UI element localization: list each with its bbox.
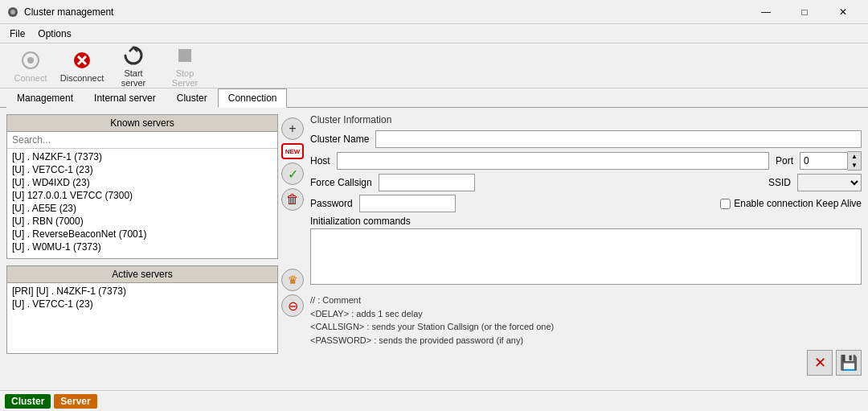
app-icon [6,6,19,18]
cluster-name-label: Cluster Name [310,134,369,145]
server-status-badge: Server [54,394,96,409]
help-password: <PASSWORD> : sends the provided password… [310,334,862,347]
port-down-button[interactable]: ▼ [848,161,861,170]
tab-cluster[interactable]: Cluster [166,88,218,108]
port-up-button[interactable]: ▲ [848,152,861,161]
help-callsign: <CALLSIGN> : sends your Station Callsign… [310,320,862,334]
connect-icon [19,49,42,72]
svg-point-1 [10,10,15,14]
minimize-button[interactable]: — [747,3,784,21]
save-button[interactable]: 💾 [836,350,862,376]
promote-server-button[interactable]: ♛ [281,269,304,291]
maximize-button[interactable]: □ [786,3,823,21]
list-item[interactable]: [PRI] [U] . N4ZKF-1 (7373) [9,285,276,298]
start-server-button[interactable]: Start server [109,41,158,91]
disconnect-label: Disconnect [60,73,104,83]
help-delay: <DELAY> : adds 1 sec delay [310,307,862,321]
known-servers-buttons: + NEW ✓ 🗑 [281,114,304,259]
delete-server-button[interactable]: 🗑 [281,188,304,211]
main-content: Known servers [U] . N4ZKF-1 (7373) [U] .… [0,108,868,390]
stop-server-button[interactable]: Stop Server [161,41,209,91]
list-item[interactable]: [U] . RBN (7000) [9,215,276,228]
left-panel: Known servers [U] . N4ZKF-1 (7373) [U] .… [6,114,304,384]
start-server-icon [122,44,145,67]
active-servers-header: Active servers [7,266,277,283]
tabs-bar: Management Internal server Cluster Conne… [0,88,868,108]
tab-connection[interactable]: Connection [218,88,288,108]
password-input[interactable] [359,195,456,212]
connect-button[interactable]: Connect [6,46,55,86]
force-callsign-input[interactable] [379,174,475,191]
svg-rect-7 [178,49,191,62]
known-servers-section: Known servers [U] . N4ZKF-1 (7373) [U] .… [6,114,304,259]
port-spinner: ▲ ▼ [848,151,862,171]
bottom-buttons: ✕ 💾 [310,350,862,376]
password-label: Password [310,198,353,209]
help-comment: // : Comment [310,294,862,307]
known-servers-container: Known servers [U] . N4ZKF-1 (7373) [U] .… [6,114,278,259]
check-server-button[interactable]: ✓ [281,162,304,185]
keepalive-row: Enable connection Keep Alive [720,198,862,209]
init-commands-label: Initialization commands [310,216,862,227]
new-server-button[interactable]: NEW [281,143,304,159]
known-servers-header: Known servers [7,115,277,132]
list-item[interactable]: [U] . VE7CC-1 (23) [9,163,276,176]
keepalive-label: Enable connection Keep Alive [734,198,862,209]
save-icon: 💾 [840,354,858,372]
list-item[interactable]: [U] . VE7CC-1 (23) [9,298,276,310]
stop-server-icon [174,44,196,67]
list-item[interactable]: [U] . W0MU-1 (7373) [9,240,276,253]
menu-file[interactable]: File [3,27,31,41]
disconnect-button[interactable]: Disconnect [58,46,106,86]
known-servers-list: [U] . N4ZKF-1 (7373) [U] . VE7CC-1 (23) … [7,149,277,258]
active-servers-list: [PRI] [U] . N4ZKF-1 (7373) [U] . VE7CC-1… [7,283,277,312]
cancel-button[interactable]: ✕ [807,350,833,376]
status-bar: Cluster Server [0,390,868,411]
start-server-label: Start server [113,68,154,88]
cancel-icon: ✕ [814,354,826,372]
tab-management[interactable]: Management [6,88,84,108]
list-item[interactable]: [U] . N4ZKF-1 (7373) [9,150,276,163]
active-servers-section: Active servers [PRI] [U] . N4ZKF-1 (7373… [6,265,304,384]
window-title: Cluster management [24,6,747,18]
cluster-info-header: Cluster Information [310,114,862,125]
title-bar: Cluster management — □ ✕ [0,0,868,24]
port-label: Port [776,155,793,166]
add-server-button[interactable]: + [281,117,304,140]
list-item[interactable]: [U] . AE5E (23) [9,202,276,215]
host-input[interactable] [337,152,769,170]
port-field: ▲ ▼ [800,151,862,171]
stop-server-label: Stop Server [164,68,206,88]
list-item[interactable]: [U] . WD4IXD (23) [9,176,276,189]
help-text: // : Comment <DELAY> : adds 1 sec delay … [310,294,862,347]
connect-label: Connect [14,73,47,83]
init-commands-textarea[interactable] [310,228,862,285]
active-servers-container: Active servers [PRI] [U] . N4ZKF-1 (7373… [6,265,278,354]
host-label: Host [310,155,330,166]
list-item[interactable]: [U] . ReverseBeaconNet (7001) [9,228,276,240]
cluster-status-badge: Cluster [5,394,51,409]
disconnect-icon [71,49,93,72]
menu-options[interactable]: Options [31,27,77,41]
keepalive-checkbox[interactable] [720,199,731,209]
force-callsign-label: Force Callsign [310,177,372,188]
window-controls: — □ ✕ [747,3,862,21]
active-servers-buttons: ♛ ⊖ [281,265,304,384]
toolbar: Connect Disconnect Start server Stop Ser… [0,43,868,88]
demote-server-button[interactable]: ⊖ [281,294,304,317]
close-button[interactable]: ✕ [825,3,862,21]
port-input[interactable] [800,152,848,170]
tab-internal-server[interactable]: Internal server [84,88,166,108]
search-input[interactable] [7,132,277,149]
cluster-name-input[interactable] [375,130,862,148]
svg-point-3 [27,57,34,64]
right-panel: Cluster Information Cluster Name Host Po… [310,114,862,384]
ssid-label: SSID [768,177,791,188]
ssid-select[interactable] [797,174,862,191]
list-item[interactable]: [U] 127.0.0.1 VE7CC (7300) [9,189,276,202]
